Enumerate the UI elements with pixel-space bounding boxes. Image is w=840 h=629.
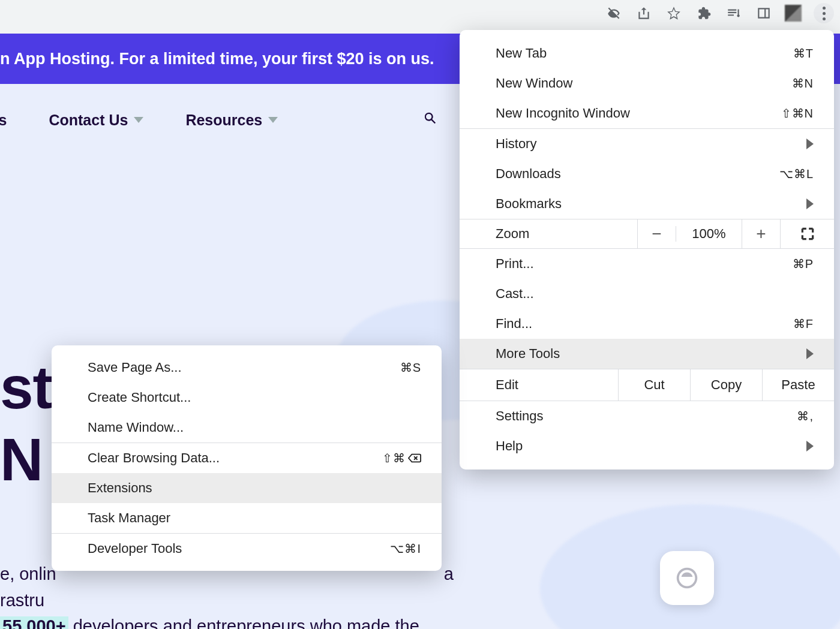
menu-label: Extensions (88, 480, 152, 496)
share-icon[interactable] (635, 4, 653, 22)
menu-print[interactable]: Print... ⌘P (460, 249, 834, 279)
menu-label: Save Page As... (88, 360, 182, 375)
menu-more-tools[interactable]: More Tools (460, 339, 834, 369)
shortcut: ⌘S (400, 360, 421, 375)
menu-label: Clear Browsing Data... (88, 450, 220, 466)
nav-item-contact[interactable]: Contact Us (49, 112, 143, 129)
menu-label: Task Manager (88, 510, 170, 526)
chrome-main-menu: New Tab ⌘T New Window ⌘N New Incognito W… (460, 30, 834, 470)
menu-cast[interactable]: Cast... (460, 279, 834, 309)
delete-icon (408, 453, 421, 464)
menu-label: Developer Tools (88, 541, 182, 556)
browser-toolbar (0, 0, 840, 26)
menu-label: Settings (496, 408, 544, 424)
menu-label: New Tab (496, 46, 547, 61)
highlight-count: 55,000+ (0, 616, 68, 629)
shortcut: ⌘P (793, 257, 814, 271)
shortcut: ⌥⌘I (390, 541, 421, 556)
submenu-name-window[interactable]: Name Window... (52, 413, 442, 443)
menu-label: Bookmarks (496, 196, 562, 212)
sub-frag: developers and entrepreneurs who made th… (73, 616, 419, 629)
submenu-developer-tools[interactable]: Developer Tools ⌥⌘I (52, 534, 442, 564)
sub-frag: e, onlin (0, 564, 56, 583)
sub-frag: rastru (0, 591, 44, 610)
chevron-right-icon (806, 441, 814, 452)
more-vert-icon[interactable] (814, 3, 834, 23)
shortcut: ⇧⌘N (781, 106, 814, 121)
chevron-right-icon (806, 139, 814, 149)
menu-label: New Window (496, 76, 572, 91)
nav-label: Contact Us (49, 112, 128, 129)
menu-find[interactable]: Find... ⌘F (460, 309, 834, 339)
menu-label: Name Window... (88, 420, 184, 435)
menu-label: Downloads (496, 166, 561, 182)
promo-text: n App Hosting. For a limited time, your … (0, 50, 434, 68)
hero-subtext: e, onlin a rastru 55,000+ developers and… (0, 561, 454, 629)
chat-button[interactable] (660, 551, 714, 605)
submenu-clear-browsing-data[interactable]: Clear Browsing Data... ⇧⌘ (52, 443, 442, 473)
chevron-right-icon (806, 348, 814, 359)
hero: st N (0, 357, 52, 501)
zoom-value: 100% (676, 226, 742, 242)
submenu-extensions[interactable]: Extensions (52, 473, 442, 503)
nav-item-0[interactable]: ents (0, 112, 7, 129)
menu-edit: Edit Cut Copy Paste (460, 369, 834, 401)
shortcut: ⌥⌘L (779, 167, 814, 181)
menu-label: History (496, 136, 536, 152)
avatar[interactable] (785, 5, 802, 22)
submenu-save-page[interactable]: Save Page As... ⌘S (52, 353, 442, 383)
search-icon[interactable] (422, 110, 439, 130)
zoom-in-button[interactable]: + (742, 219, 780, 249)
menu-label: Cast... (496, 286, 534, 302)
edit-copy-button[interactable]: Copy (690, 369, 762, 401)
menu-new-window[interactable]: New Window ⌘N (460, 68, 834, 98)
zoom-out-button[interactable]: − (637, 219, 676, 249)
menu-history[interactable]: History (460, 129, 834, 159)
nav-label: Resources (185, 112, 262, 129)
chevron-down-icon (268, 117, 278, 123)
submenu-create-shortcut[interactable]: Create Shortcut... (52, 383, 442, 413)
extensions-icon[interactable] (695, 4, 713, 22)
menu-bookmarks[interactable]: Bookmarks (460, 189, 834, 219)
submenu-task-manager[interactable]: Task Manager (52, 503, 442, 533)
menu-help[interactable]: Help (460, 431, 834, 461)
shortcut: ⌘T (793, 46, 814, 61)
nav-label: ents (0, 112, 7, 129)
shortcut: ⌘, (797, 409, 814, 423)
fullscreen-button[interactable] (780, 219, 834, 249)
chevron-right-icon (806, 198, 814, 209)
shortcut: ⇧⌘ (382, 451, 421, 465)
star-icon[interactable] (665, 4, 683, 22)
menu-zoom: Zoom − 100% + (460, 219, 834, 249)
zoom-label: Zoom (460, 226, 637, 242)
menu-label: Print... (496, 256, 534, 272)
edit-label: Edit (460, 377, 618, 393)
shortcut: ⌘F (793, 317, 814, 331)
playlist-icon[interactable] (725, 4, 743, 22)
menu-settings[interactable]: Settings ⌘, (460, 401, 834, 431)
hero-line-1: st (0, 357, 52, 417)
hero-line-2: N (0, 429, 52, 489)
menu-label: New Incognito Window (496, 106, 630, 121)
menu-label: More Tools (496, 346, 560, 362)
menu-new-tab[interactable]: New Tab ⌘T (460, 38, 834, 68)
chrome-more-tools-submenu: Save Page As... ⌘S Create Shortcut... Na… (52, 345, 442, 571)
menu-label: Find... (496, 316, 532, 332)
eye-off-icon[interactable] (605, 4, 623, 22)
shortcut: ⌘N (792, 76, 814, 91)
sub-frag: a (444, 564, 454, 583)
edit-paste-button[interactable]: Paste (762, 369, 834, 401)
menu-new-incognito[interactable]: New Incognito Window ⇧⌘N (460, 98, 834, 128)
chevron-down-icon (134, 117, 143, 123)
menu-label: Create Shortcut... (88, 390, 191, 405)
menu-downloads[interactable]: Downloads ⌥⌘L (460, 159, 834, 189)
menu-label: Help (496, 438, 523, 454)
edit-cut-button[interactable]: Cut (618, 369, 690, 401)
panel-icon[interactable] (755, 4, 773, 22)
nav-item-resources[interactable]: Resources (185, 112, 278, 129)
